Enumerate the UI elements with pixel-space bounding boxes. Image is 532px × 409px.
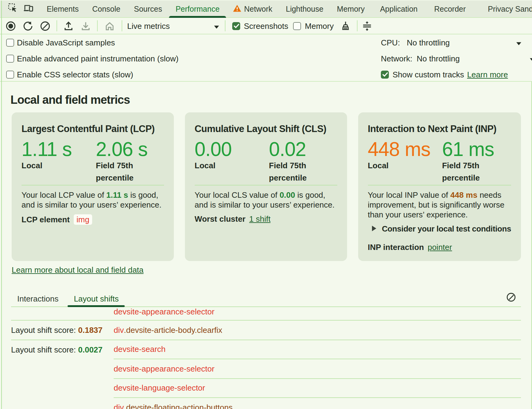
field-label: Field 75th percentile xyxy=(269,159,324,185)
element-link[interactable]: devsite-appearance-selector xyxy=(114,364,214,373)
inp-card-title: Interaction to Next Paint (INP) xyxy=(368,123,511,134)
inp-values: 448 ms Local 61 ms Field 75th percentile xyxy=(368,138,511,185)
cls-local-value: 0.00 xyxy=(195,138,269,159)
reload-record-button[interactable] xyxy=(20,18,36,34)
shift-element[interactable]: div.devsite-article-body.clearfix xyxy=(114,321,521,339)
tab-privacy-sandbox[interactable]: Privacy Sandbox xyxy=(481,1,532,17)
clear-log-button[interactable] xyxy=(506,292,516,305)
tab-memory[interactable]: Memory xyxy=(330,1,371,17)
tab-label: Elements xyxy=(47,5,79,13)
devtools-tabbar: Elements Console Sources Performance Net… xyxy=(0,0,532,18)
collect-garbage-button[interactable] xyxy=(337,18,353,34)
disable-js-samples-checkbox[interactable]: Disable JavaScript samples xyxy=(6,34,178,50)
worst-cluster-label: Worst cluster xyxy=(195,214,246,223)
worst-cluster-link[interactable]: 1 shift xyxy=(249,214,270,223)
memory-checkbox[interactable]: Memory xyxy=(293,21,334,30)
network-throttling-select[interactable]: No throttling xyxy=(417,54,460,63)
element-link[interactable]: devsite-appearance-selector xyxy=(114,307,214,316)
checkbox-checked-icon xyxy=(381,70,389,78)
show-custom-tracks-checkbox[interactable]: Show custom tracks xyxy=(381,70,464,79)
shift-element[interactable]: devsite-appearance-selector xyxy=(114,307,521,320)
cls-worst-cluster-row: Worst cluster 1 shift xyxy=(195,214,337,223)
tab-sources[interactable]: Sources xyxy=(127,1,169,17)
cls-values: 0.00 Local 0.02 Field 75th percentile xyxy=(195,138,337,185)
log-tab-label: Layout shifts xyxy=(74,294,119,303)
tab-network[interactable]: Network xyxy=(226,1,279,17)
inp-description: Your local INP value of 448 ms needs imp… xyxy=(368,190,511,220)
toolbar-separator xyxy=(122,20,122,31)
load-profile-button[interactable] xyxy=(60,18,76,34)
custom-tracks-learn-more-link[interactable]: Learn more xyxy=(467,70,508,79)
tab-recorder[interactable]: Recorder xyxy=(427,1,472,17)
lcp-field: 2.06 s Field 75th percentile xyxy=(96,138,164,185)
shift-element[interactable]: devsite-language-selector xyxy=(114,379,521,397)
inp-interaction-link[interactable]: pointer xyxy=(428,242,452,251)
clear-button[interactable] xyxy=(37,18,53,34)
shift-element[interactable]: devsite-search xyxy=(114,340,521,359)
option-label: Disable JavaScript samples xyxy=(17,38,115,47)
performance-toolbar: Live metrics Screenshots Memory xyxy=(0,18,532,34)
tab-label: Privacy Sandbox xyxy=(488,5,532,13)
lcp-card-title: Largest Contentful Paint (LCP) xyxy=(22,123,164,134)
lcp-element-link[interactable]: img xyxy=(73,214,92,224)
device-toolbar-icon[interactable] xyxy=(23,3,33,15)
local-label: Local xyxy=(22,159,77,172)
save-profile-button[interactable] xyxy=(77,18,93,34)
lcp-values: 1.11 s Local 2.06 s Field 75th percentil… xyxy=(22,138,164,185)
local-label: Local xyxy=(195,159,250,172)
cls-local: 0.00 Local xyxy=(195,138,269,185)
capture-options-left: Disable JavaScript samples Enable advanc… xyxy=(6,34,178,82)
inp-local: 448 ms Local xyxy=(368,138,442,185)
shortcuts-dialog-button[interactable] xyxy=(359,18,375,34)
log-tabs: Interactions Layout shifts xyxy=(11,291,531,306)
layout-shift-row[interactable]: Layout shift score: 0.0027 devsite-searc… xyxy=(11,340,521,409)
cpu-throttling-select[interactable]: No throttling xyxy=(407,38,450,47)
tab-interactions[interactable]: Interactions xyxy=(11,291,65,306)
shift-element[interactable]: devsite-appearance-selector xyxy=(114,359,521,378)
tab-elements[interactable]: Elements xyxy=(40,1,85,17)
advanced-paint-checkbox[interactable]: Enable advanced paint instrumentation (s… xyxy=(6,50,178,66)
checkbox-checked-icon xyxy=(232,22,240,30)
inp-card: Interaction to Next Paint (INP) 448 ms L… xyxy=(358,112,521,261)
layout-shift-row[interactable]: devsite-appearance-selector xyxy=(11,307,521,320)
tab-label: Lighthouse xyxy=(286,5,323,13)
panel-mode-select[interactable]: Live metrics xyxy=(127,21,219,30)
tab-performance[interactable]: Performance xyxy=(169,1,226,17)
element-link[interactable]: devsite-language-selector xyxy=(114,384,205,393)
element-link[interactable]: div xyxy=(114,325,124,335)
devtools-tabs: Elements Console Sources Performance Net… xyxy=(40,1,532,17)
screenshots-label: Screenshots xyxy=(244,21,288,30)
layout-shift-row[interactable]: Layout shift score: 0.1837 div.devsite-a… xyxy=(11,321,521,339)
network-throttling-row: Network: No throttling xyxy=(381,50,532,66)
shift-element[interactable]: div.devsite-floating-action-buttons xyxy=(114,398,521,409)
css-selector-stats-checkbox[interactable]: Enable CSS selector stats (slow) xyxy=(6,66,178,82)
local-test-conditions-disclosure[interactable]: Consider your local test conditions xyxy=(368,224,511,233)
tab-label: Console xyxy=(92,5,120,13)
field-data-learn-more-link[interactable]: Learn more about local and field data xyxy=(12,265,143,274)
inspect-element-icon[interactable] xyxy=(8,3,17,15)
tab-layout-shifts[interactable]: Layout shifts xyxy=(68,291,125,306)
lcp-field-value: 2.06 s xyxy=(96,138,164,159)
local-label: Local xyxy=(368,159,423,172)
disclosure-triangle-icon xyxy=(371,224,376,233)
record-button[interactable] xyxy=(2,18,18,34)
score-label: Layout shift score: xyxy=(11,345,78,354)
element-link[interactable]: devsite-search xyxy=(114,345,166,354)
screenshots-checkbox[interactable]: Screenshots xyxy=(232,21,288,30)
desc-value: 0.00 xyxy=(280,190,295,199)
tab-lighthouse[interactable]: Lighthouse xyxy=(279,1,330,17)
score-cell: Layout shift score: 0.1837 xyxy=(11,321,114,339)
desc-value: 448 ms xyxy=(450,190,477,199)
inp-local-value: 448 ms xyxy=(368,138,442,159)
score-value: 0.1837 xyxy=(78,325,103,335)
option-label: Enable CSS selector stats (slow) xyxy=(17,70,133,79)
element-link[interactable]: div xyxy=(114,403,124,409)
devtools-performance-panel: Elements Console Sources Performance Net… xyxy=(0,0,532,409)
tab-console[interactable]: Console xyxy=(85,1,127,17)
lcp-card: Largest Contentful Paint (LCP) 1.11 s Lo… xyxy=(12,112,174,261)
cpu-label: CPU: xyxy=(381,38,400,47)
desc-value: 1.11 s xyxy=(106,190,128,199)
home-button[interactable] xyxy=(101,18,117,34)
desc-text: Your local INP value of xyxy=(368,190,450,199)
tab-application[interactable]: Application xyxy=(373,1,424,17)
